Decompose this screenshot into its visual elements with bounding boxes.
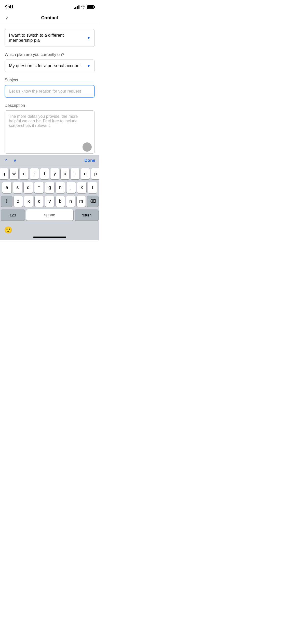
- plan-label: Which plan are you currently on?: [5, 52, 95, 57]
- key-r[interactable]: r: [30, 168, 39, 179]
- status-time: 9:41: [5, 5, 13, 10]
- subject-label: Subject: [5, 78, 95, 82]
- home-indicator-bar: [0, 237, 99, 240]
- home-indicator: [33, 237, 66, 238]
- topic-dropdown[interactable]: I want to switch to a different membersh…: [5, 29, 95, 47]
- key-i[interactable]: i: [71, 168, 79, 179]
- description-container: [5, 110, 95, 155]
- topic-dropdown-value: I want to switch to a different membersh…: [9, 33, 85, 43]
- keyboard-row-1: q w e r t y u i o p: [1, 168, 98, 179]
- key-p[interactable]: p: [91, 168, 99, 179]
- page-title: Contact: [41, 15, 58, 21]
- key-shift[interactable]: ⇧: [1, 196, 12, 207]
- key-delete[interactable]: ⌫: [87, 196, 98, 207]
- bottom-bar: 🙂: [0, 224, 99, 237]
- key-c[interactable]: c: [35, 196, 44, 207]
- key-m[interactable]: m: [77, 196, 86, 207]
- description-input[interactable]: [5, 110, 95, 154]
- plan-dropdown-value: My question is for a personal account: [9, 63, 81, 68]
- description-label: Description: [5, 103, 95, 108]
- key-h[interactable]: h: [56, 182, 65, 193]
- key-l[interactable]: l: [88, 182, 97, 193]
- resize-handle[interactable]: [83, 142, 92, 152]
- key-o[interactable]: o: [81, 168, 90, 179]
- key-return[interactable]: return: [75, 209, 99, 221]
- plan-dropdown[interactable]: My question is for a personal account ▼: [5, 60, 95, 72]
- keyboard-row-4: 123 space return: [1, 209, 98, 221]
- subject-input[interactable]: [5, 85, 95, 98]
- key-w[interactable]: w: [10, 168, 18, 179]
- key-q[interactable]: q: [0, 168, 8, 179]
- key-n[interactable]: n: [66, 196, 75, 207]
- key-z[interactable]: z: [14, 196, 23, 207]
- key-j[interactable]: j: [66, 182, 76, 193]
- key-y[interactable]: y: [50, 168, 59, 179]
- nav-bar: ‹ Contact: [0, 12, 99, 24]
- key-k[interactable]: k: [77, 182, 86, 193]
- wifi-icon: [81, 5, 86, 9]
- toolbar-down-button[interactable]: ∨: [12, 157, 18, 164]
- toolbar-up-button[interactable]: ^: [4, 157, 8, 164]
- keyboard: q w e r t y u i o p a s d f g h j k l ⇧ …: [0, 166, 99, 224]
- signal-icon: [74, 5, 79, 9]
- keyboard-toolbar: ^ ∨ Done: [0, 155, 99, 166]
- key-s[interactable]: s: [13, 182, 22, 193]
- plan-dropdown-arrow: ▼: [87, 64, 90, 68]
- key-g[interactable]: g: [45, 182, 54, 193]
- topic-dropdown-arrow: ▼: [87, 36, 90, 40]
- battery-icon: [87, 5, 94, 9]
- key-b[interactable]: b: [56, 196, 65, 207]
- status-icons: [74, 5, 94, 9]
- keyboard-row-2: a s d f g h j k l: [1, 182, 98, 193]
- key-a[interactable]: a: [2, 182, 11, 193]
- emoji-key[interactable]: 🙂: [4, 226, 12, 234]
- back-button[interactable]: ‹: [5, 14, 9, 22]
- key-x[interactable]: x: [24, 196, 33, 207]
- key-f[interactable]: f: [34, 182, 44, 193]
- key-v[interactable]: v: [45, 196, 54, 207]
- key-space[interactable]: space: [26, 209, 73, 221]
- key-numbers[interactable]: 123: [1, 209, 25, 221]
- toolbar-done-button[interactable]: Done: [85, 158, 96, 163]
- key-d[interactable]: d: [24, 182, 33, 193]
- key-t[interactable]: t: [40, 168, 49, 179]
- toolbar-nav-buttons: ^ ∨: [4, 157, 18, 164]
- form-content: I want to switch to a different membersh…: [0, 24, 99, 155]
- key-u[interactable]: u: [61, 168, 69, 179]
- key-e[interactable]: e: [20, 168, 29, 179]
- keyboard-row-3: ⇧ z x c v b n m ⌫: [1, 196, 98, 207]
- status-bar: 9:41: [0, 0, 99, 12]
